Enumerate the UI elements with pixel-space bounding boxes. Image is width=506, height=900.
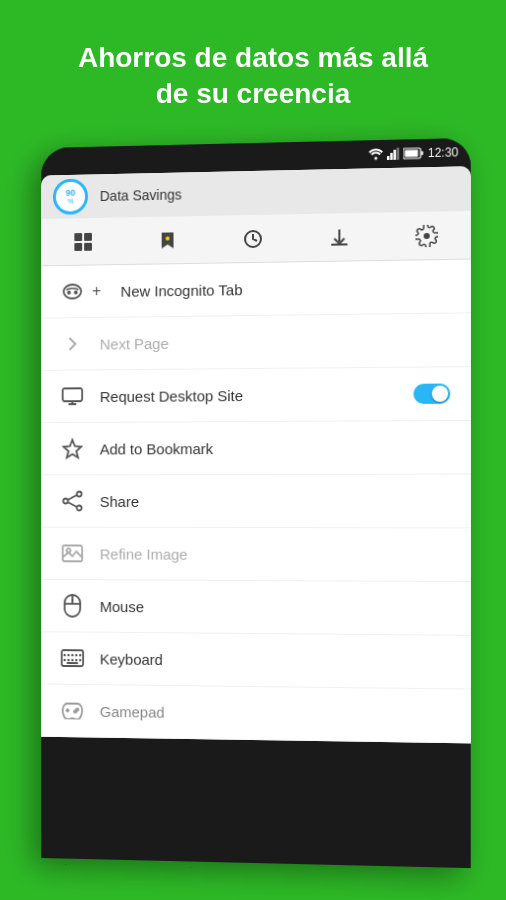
incognito-plus-icon: +: [92, 282, 101, 300]
menu-item-new-incognito-tab[interactable]: + New Incognito Tab: [41, 259, 470, 318]
svg-line-22: [68, 502, 77, 507]
svg-point-21: [77, 505, 82, 510]
refine-image-icon: [61, 541, 84, 565]
phone-container: 12:30 90 % Data Savings: [41, 138, 470, 868]
svg-rect-10: [74, 242, 82, 250]
menu-label-mouse: Mouse: [100, 597, 450, 616]
savings-percent: 90: [66, 188, 76, 197]
menu-label-next-page: Next Page: [100, 331, 450, 352]
status-icons: 12:30: [369, 145, 459, 161]
menu-item-refine-image[interactable]: Refine Image: [41, 527, 470, 581]
time-display: 12:30: [428, 145, 459, 160]
toolbar-history-icon[interactable]: [235, 220, 271, 257]
data-savings-label: Data Savings: [100, 186, 182, 204]
headline-line1: Ahorros de datos más allá: [78, 42, 428, 73]
svg-point-16: [74, 290, 78, 294]
keyboard-icon: [61, 646, 84, 670]
svg-point-0: [374, 156, 377, 159]
desktop-site-toggle[interactable]: [413, 383, 450, 403]
menu-item-keyboard[interactable]: Keyboard: [41, 632, 470, 689]
svg-rect-9: [84, 232, 92, 240]
svg-rect-17: [63, 388, 83, 401]
svg-rect-7: [421, 151, 423, 155]
svg-rect-1: [387, 156, 390, 160]
menu-label-refine-image: Refine Image: [100, 545, 450, 563]
toolbar-grid-icon[interactable]: [66, 223, 101, 259]
toolbar-bookmark-icon[interactable]: [150, 222, 186, 258]
menu-label-add-to-bookmark: Add to Bookmark: [100, 438, 450, 456]
data-savings-badge[interactable]: 90 %: [49, 174, 92, 218]
menu-item-request-desktop-site[interactable]: Request Desktop Site: [41, 367, 470, 423]
menu-label-share: Share: [100, 492, 450, 509]
headline-line2: de su creencia: [156, 78, 351, 109]
desktop-icon: [61, 384, 84, 408]
svg-point-15: [67, 290, 71, 294]
menu-item-gamepad[interactable]: Gamepad: [41, 684, 470, 743]
svg-point-20: [63, 498, 68, 503]
svg-marker-18: [64, 440, 82, 458]
svg-rect-11: [84, 242, 92, 250]
battery-icon: [403, 147, 423, 160]
toolbar-settings-icon[interactable]: [408, 217, 445, 254]
menu-item-next-page[interactable]: Next Page: [41, 313, 470, 371]
menu-label-new-incognito-tab: New Incognito Tab: [121, 277, 451, 299]
svg-rect-4: [397, 147, 400, 159]
menu-item-share[interactable]: Share: [41, 474, 470, 528]
toolbar-row: [41, 211, 470, 266]
browser-chrome: 90 % Data Savings: [41, 166, 470, 743]
svg-point-19: [77, 491, 82, 496]
toolbar-download-icon[interactable]: [321, 218, 357, 255]
svg-rect-8: [74, 232, 82, 240]
bookmark-star-icon: [61, 437, 84, 461]
menu-label-request-desktop-site: Request Desktop Site: [100, 385, 397, 404]
wifi-icon: [369, 148, 383, 160]
mouse-icon: [61, 594, 84, 618]
incognito-icon: [61, 279, 84, 303]
menu-item-add-to-bookmark[interactable]: Add to Bookmark: [41, 421, 470, 476]
next-page-icon: [61, 332, 84, 356]
svg-rect-2: [390, 153, 393, 160]
svg-line-23: [68, 495, 77, 500]
menu-item-mouse[interactable]: Mouse: [41, 580, 470, 636]
menu-label-gamepad: Gamepad: [100, 702, 450, 724]
share-icon: [61, 489, 84, 513]
svg-rect-6: [405, 150, 418, 157]
address-bar-row: 90 % Data Savings: [41, 166, 470, 219]
context-menu: + New Incognito Tab Next Page: [41, 259, 470, 743]
signal-icon: [387, 147, 399, 159]
svg-point-45: [74, 710, 76, 712]
savings-percent-sign: %: [67, 197, 73, 204]
svg-point-14: [64, 284, 82, 298]
gamepad-icon: [61, 698, 84, 722]
menu-label-keyboard: Keyboard: [100, 650, 450, 671]
headline: Ahorros de datos más allá de su creencia: [48, 0, 458, 143]
svg-rect-3: [393, 150, 396, 160]
